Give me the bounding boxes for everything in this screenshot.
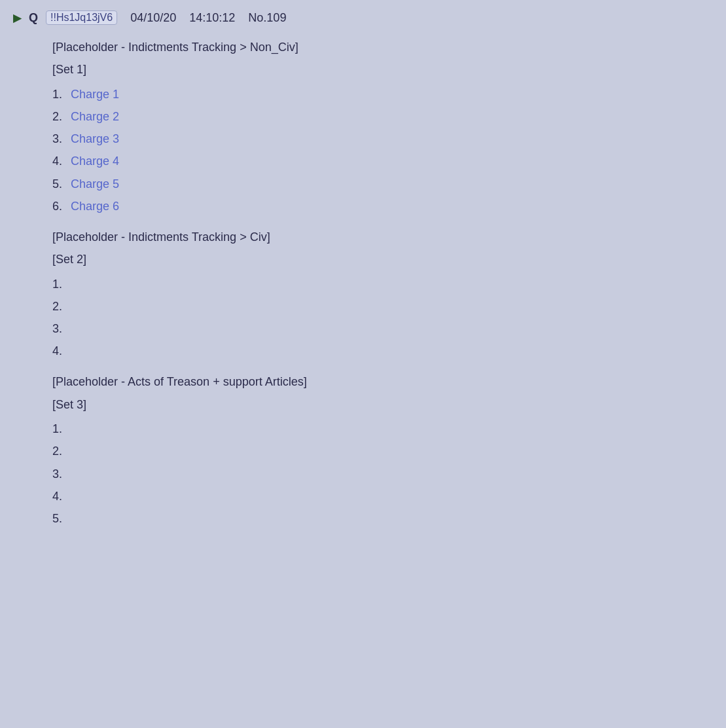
list-number: 6. [52,195,65,217]
list-item: 3. [52,463,713,485]
list-number: 4. [52,340,65,362]
list-number: 1. [52,418,65,440]
post-meta-number: No.109 [248,11,286,25]
list-number: 3. [52,128,65,150]
list-item: 4. [52,340,713,362]
list-item: 1. [52,418,713,440]
list-number: 2. [52,440,65,462]
list-number: 3. [52,463,65,485]
list-item: 2.Charge 2 [52,105,713,128]
post-body: [Placeholder - Indictments Tracking > No… [13,37,713,530]
list-item: 4. [52,485,713,507]
section-3-placeholder: [Placeholder - Acts of Treason + support… [52,371,713,392]
list-item: 1. [52,273,713,295]
q-label: Q [29,11,38,25]
list-number: 3. [52,318,65,340]
charge-link-1-6[interactable]: Charge 6 [71,195,119,217]
charge-link-1-5[interactable]: Charge 5 [71,173,119,195]
list-number: 4. [52,485,65,507]
section-2-set-label: [Set 2] [52,249,713,270]
arrow-icon: ▶ [13,12,21,24]
list-item: 1.Charge 1 [52,83,713,105]
charge-link-1-1[interactable]: Charge 1 [71,83,119,105]
list-item: 6.Charge 6 [52,195,713,217]
list-item: 5.Charge 5 [52,173,713,195]
charge-link-1-3[interactable]: Charge 3 [71,128,119,150]
post-id-badge[interactable]: !!Hs1Jq13jV6 [46,10,117,25]
post-meta-date: 04/10/20 [130,11,176,25]
list-item: 4.Charge 4 [52,150,713,172]
post-container: ▶ Q !!Hs1Jq13jV6 04/10/20 14:10:12 No.10… [0,0,726,545]
section-2-list: 1.2.3.4. [52,273,713,363]
charge-link-1-4[interactable]: Charge 4 [71,150,119,172]
list-item: 3. [52,318,713,340]
list-item: 3.Charge 3 [52,128,713,150]
list-number: 1. [52,273,65,295]
list-number: 5. [52,507,65,530]
section-2-placeholder: [Placeholder - Indictments Tracking > Ci… [52,227,713,247]
list-item: 5. [52,507,713,530]
section-1-placeholder: [Placeholder - Indictments Tracking > No… [52,37,713,58]
list-item: 2. [52,295,713,318]
list-number: 2. [52,105,65,128]
list-number: 5. [52,173,65,195]
section-1-list: 1.Charge 12.Charge 23.Charge 34.Charge 4… [52,83,713,217]
section-3-list: 1.2.3.4.5. [52,418,713,530]
post-header: ▶ Q !!Hs1Jq13jV6 04/10/20 14:10:12 No.10… [13,10,713,25]
section-3-set-label: [Set 3] [52,394,713,415]
section-1-set-label: [Set 1] [52,59,713,80]
post-meta-time: 14:10:12 [189,11,235,25]
list-number: 2. [52,295,65,318]
charge-link-1-2[interactable]: Charge 2 [71,105,119,128]
list-item: 2. [52,440,713,462]
list-number: 1. [52,83,65,105]
list-number: 4. [52,150,65,172]
